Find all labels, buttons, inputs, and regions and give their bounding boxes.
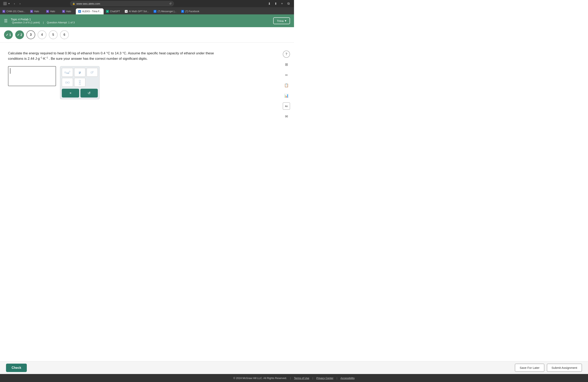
tab-label-halo3: Halo bbox=[66, 10, 71, 13]
multiply-button[interactable]: □·□ bbox=[62, 78, 73, 87]
user-menu-button[interactable]: Trina ▾ bbox=[273, 17, 290, 24]
tab-label-facebook: (7) Facebook bbox=[185, 10, 199, 13]
scientific-notation-button[interactable]: □×10□ bbox=[62, 68, 73, 77]
tab-label-chatgpt: ChatGPT bbox=[110, 10, 120, 13]
header-info: Topic 4 Prelab 1 Question 3 of 6 (1 poin… bbox=[11, 18, 76, 24]
question-nav: ✓ 1✓ 23456 bbox=[0, 27, 294, 42]
share-button[interactable]: ⬆ bbox=[273, 1, 278, 6]
header-subtitle: Question 3 of 6 (1 point) | Question Att… bbox=[11, 21, 76, 24]
fraction-button[interactable]: □ □ bbox=[74, 78, 85, 87]
question-text: Calculate the energy required to heat 0.… bbox=[8, 51, 228, 61]
back-button[interactable]: ‹ bbox=[12, 1, 17, 6]
tab-label-chm101: CHM-101 Class... bbox=[6, 10, 25, 13]
header-topic: Topic 4 Prelab 1 bbox=[11, 18, 76, 21]
question-text-part2: . Be sure your answer has the correct nu… bbox=[49, 57, 147, 60]
text-cursor bbox=[10, 68, 10, 74]
browser-tab-chatgpt[interactable]: ✦ChatGPT bbox=[104, 8, 122, 14]
lock-icon: 🔒 bbox=[72, 2, 75, 5]
undo-button[interactable]: ↺ bbox=[80, 89, 98, 97]
browser-actions: ⬇ ⬆ + ⧉ bbox=[267, 1, 291, 6]
toolbar-row-1: □×10□ μ □□ bbox=[62, 68, 98, 77]
browser-tab-halo2[interactable]: hHalo bbox=[44, 8, 60, 14]
attempt-info: Question Attempt: 1 of 3 bbox=[47, 21, 75, 24]
tab-label-aleks: ALEKS - Trina F... bbox=[82, 10, 101, 13]
question-info: Question 3 of 6 (1 point) bbox=[12, 21, 40, 24]
browser-tab-facebook[interactable]: f(7) Facebook bbox=[179, 8, 202, 14]
forward-button[interactable]: › bbox=[18, 1, 22, 6]
browser-tabs: hCHM-101 Class...hHalohHalohHaloAALEKS -… bbox=[0, 7, 294, 14]
question-nav-btn-4[interactable]: 4 bbox=[38, 30, 46, 39]
browser-nav: ‹ › bbox=[12, 1, 22, 6]
user-name: Trina bbox=[277, 19, 284, 22]
notes-icon[interactable]: 📋 bbox=[283, 82, 290, 89]
browser-tab-halo1[interactable]: hHalo bbox=[28, 8, 44, 14]
sidebar-chevron: ▾ bbox=[8, 2, 10, 5]
chart-icon[interactable]: 📊 bbox=[283, 92, 290, 99]
question-nav-btn-2[interactable]: ✓ 2 bbox=[15, 30, 24, 39]
tab-label-halo1: Halo bbox=[34, 10, 39, 13]
address-bar[interactable]: 🔒 www-awu.aleks.com ↺ bbox=[70, 1, 174, 6]
refresh-icon[interactable]: ↺ bbox=[169, 2, 172, 5]
browser-titlebar: ⬚ ▾ ‹ › 🔒 www-awu.aleks.com ↺ ⬇ ⬆ + ⧉ bbox=[0, 0, 294, 7]
superscript-button[interactable]: □□ bbox=[87, 68, 98, 77]
text-style-icon[interactable]: Ar bbox=[283, 102, 290, 110]
app-header: ☰ Topic 4 Prelab 1 Question 3 of 6 (1 po… bbox=[0, 14, 294, 27]
separator: | bbox=[43, 21, 44, 24]
user-chevron: ▾ bbox=[285, 19, 286, 22]
browser-tab-aleks[interactable]: AALEKS - Trina F... bbox=[76, 8, 104, 14]
sidebar-toggle[interactable]: ⬚ bbox=[3, 2, 7, 5]
browser-tab-aimath[interactable]: ★AI Math GPT Sol... bbox=[122, 8, 151, 14]
tab-label-messenger: (7) Messenger |... bbox=[158, 10, 176, 13]
download-button[interactable]: ⬇ bbox=[267, 1, 272, 6]
new-tab-button[interactable]: + bbox=[280, 1, 284, 6]
browser-tab-messenger[interactable]: f(7) Messenger |... bbox=[151, 8, 179, 14]
clear-button[interactable]: × bbox=[62, 89, 79, 97]
mail-icon[interactable]: ✉ bbox=[283, 113, 290, 120]
answer-area: □×10□ μ □□ □·□ □ □ bbox=[8, 66, 282, 99]
answer-input-box[interactable] bbox=[8, 66, 56, 86]
url-text: www-awu.aleks.com bbox=[76, 2, 100, 5]
browser-tab-chm101[interactable]: hCHM-101 Class... bbox=[0, 8, 28, 14]
tab-overview-button[interactable]: ⧉ bbox=[286, 1, 291, 6]
infinity-icon[interactable]: ∞ bbox=[283, 71, 290, 78]
math-toolbar: □×10□ μ □□ □·□ □ □ bbox=[60, 66, 100, 99]
mu-button[interactable]: μ bbox=[74, 68, 85, 77]
header-left: ☰ Topic 4 Prelab 1 Question 3 of 6 (1 po… bbox=[4, 18, 76, 24]
question-value: 2.44 J·g−1·K−1 bbox=[28, 57, 48, 60]
question-nav-btn-6[interactable]: 6 bbox=[60, 30, 69, 39]
calculator-icon[interactable]: ⊞ bbox=[283, 61, 290, 68]
help-icon[interactable]: ? bbox=[283, 51, 290, 58]
right-sidebar: ? ⊞ ∞ 📋 📊 Ar ✉ bbox=[283, 51, 290, 120]
browser-tab-halo3[interactable]: hHalo bbox=[60, 8, 76, 14]
toolbar-actions: × ↺ bbox=[62, 89, 98, 97]
question-nav-btn-3[interactable]: 3 bbox=[26, 30, 35, 39]
tab-label-aimath: AI Math GPT Sol... bbox=[129, 10, 149, 13]
toolbar-row-2: □·□ □ □ bbox=[62, 78, 98, 87]
tab-label-halo2: Halo bbox=[50, 10, 55, 13]
browser-controls: ⬚ ▾ bbox=[3, 2, 10, 5]
main-content: Calculate the energy required to heat 0.… bbox=[0, 42, 294, 182]
question-nav-btn-5[interactable]: 5 bbox=[49, 30, 58, 39]
menu-button[interactable]: ☰ bbox=[4, 18, 8, 23]
question-nav-btn-1[interactable]: ✓ 1 bbox=[4, 30, 13, 39]
